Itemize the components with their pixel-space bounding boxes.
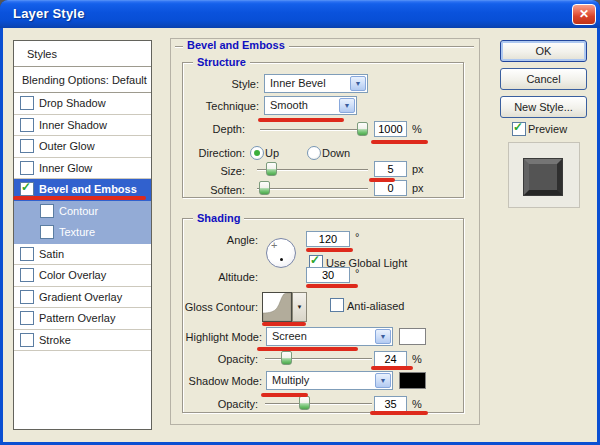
sidebar-item-drop-shadow[interactable]: Drop Shadow bbox=[14, 93, 151, 115]
inner-glow-checkbox[interactable] bbox=[20, 161, 34, 175]
size-slider-thumb[interactable] bbox=[266, 162, 277, 176]
annotation-underline-depth-value bbox=[371, 140, 428, 144]
close-icon: ✕ bbox=[579, 7, 589, 21]
direction-up-radio[interactable] bbox=[250, 146, 264, 160]
contour-checkbox[interactable] bbox=[40, 204, 54, 218]
shadow-color-swatch[interactable] bbox=[399, 372, 426, 389]
pattern-overlay-checkbox[interactable] bbox=[20, 311, 34, 325]
annotation-underline-bevel-item bbox=[13, 196, 146, 200]
angle-center-dot bbox=[280, 258, 283, 261]
gloss-contour-thumbnail[interactable] bbox=[262, 292, 292, 322]
chevron-down-icon[interactable]: ▼ bbox=[350, 76, 366, 91]
sidebar-item-contour[interactable]: Contour bbox=[14, 201, 151, 223]
sidebar-item-label: Contour bbox=[59, 205, 98, 217]
sidebar-item-satin[interactable]: Satin bbox=[14, 244, 151, 266]
highlight-opacity-input[interactable] bbox=[374, 351, 407, 367]
direction-label: Direction: bbox=[165, 147, 245, 159]
window-title: Layer Style bbox=[13, 6, 85, 21]
sidebar-item-inner-shadow[interactable]: Inner Shadow bbox=[14, 115, 151, 137]
bevel-and-emboss-checkbox[interactable]: ✓ bbox=[20, 182, 34, 196]
new-style-button[interactable]: New Style... bbox=[500, 96, 587, 118]
highlight-color-swatch[interactable] bbox=[399, 328, 426, 345]
sidebar-item-label: Inner Glow bbox=[39, 162, 92, 174]
chevron-down-icon[interactable]: ▼ bbox=[339, 98, 355, 113]
soften-unit: px bbox=[412, 182, 424, 194]
style-label: Style: bbox=[170, 78, 259, 90]
angle-marker-icon: + bbox=[271, 239, 277, 251]
depth-slider-thumb[interactable] bbox=[357, 122, 368, 136]
gloss-contour-dropdown-arrow[interactable]: ▼ bbox=[292, 292, 307, 322]
angle-input[interactable] bbox=[306, 231, 350, 247]
drop-shadow-checkbox[interactable] bbox=[20, 96, 34, 110]
annotation-underline-gloss-contour bbox=[262, 322, 306, 326]
style-dropdown[interactable]: Inner Bevel ▼ bbox=[264, 74, 368, 93]
ok-button[interactable]: OK bbox=[500, 40, 587, 62]
shadow-mode-dropdown[interactable]: Multiply ▼ bbox=[266, 371, 393, 390]
color-overlay-checkbox[interactable] bbox=[20, 268, 34, 282]
soften-slider-track[interactable] bbox=[257, 188, 368, 189]
texture-checkbox[interactable] bbox=[40, 225, 54, 239]
highlight-mode-dropdown[interactable]: Screen ▼ bbox=[266, 327, 393, 346]
altitude-input[interactable] bbox=[306, 267, 350, 283]
soften-slider-thumb[interactable] bbox=[259, 181, 270, 195]
ok-button-label: OK bbox=[536, 45, 552, 57]
angle-dial[interactable]: + bbox=[266, 238, 296, 268]
satin-checkbox[interactable] bbox=[20, 247, 34, 261]
shadow-mode-label: Shadow Mode: bbox=[170, 375, 262, 387]
gradient-overlay-checkbox[interactable] bbox=[20, 290, 34, 304]
sidebar-item-label: Blending Options: Default bbox=[22, 74, 147, 86]
soften-input[interactable] bbox=[374, 180, 407, 196]
shadow-opacity-slider-thumb[interactable] bbox=[299, 396, 310, 410]
style-preview-thumbnail bbox=[508, 142, 580, 208]
sidebar-item-texture[interactable]: Texture bbox=[14, 222, 151, 244]
close-button[interactable]: ✕ bbox=[572, 4, 596, 25]
cancel-button[interactable]: Cancel bbox=[500, 68, 587, 90]
depth-unit: % bbox=[412, 123, 422, 135]
preview-label: Preview bbox=[528, 123, 567, 135]
chevron-down-icon[interactable]: ▼ bbox=[375, 329, 391, 344]
annotation-underline-highlight-opacity bbox=[371, 366, 413, 370]
highlight-mode-value: Screen bbox=[272, 330, 307, 342]
annotation-underline-altitude-value bbox=[306, 284, 358, 288]
sidebar-item-label: Inner Shadow bbox=[39, 119, 107, 131]
direction-down-radio[interactable] bbox=[307, 146, 321, 160]
shadow-opacity-slider-track[interactable] bbox=[265, 403, 372, 404]
sidebar-item-blending-options[interactable]: Blending Options: Default bbox=[14, 67, 151, 93]
highlight-opacity-slider-thumb[interactable] bbox=[281, 351, 292, 365]
sidebar-item-label: Texture bbox=[59, 226, 95, 238]
depth-slider-track[interactable] bbox=[260, 129, 368, 130]
angle-unit: ° bbox=[355, 231, 359, 243]
annotation-underline-highlight-mode bbox=[257, 347, 358, 351]
chevron-down-icon[interactable]: ▼ bbox=[375, 373, 391, 388]
title-bar[interactable]: Layer Style ✕ bbox=[0, 0, 600, 28]
bevel-preview-square bbox=[524, 159, 562, 195]
stroke-checkbox[interactable] bbox=[20, 333, 34, 347]
sidebar-item-gradient-overlay[interactable]: Gradient Overlay bbox=[14, 287, 151, 309]
depth-input[interactable] bbox=[374, 121, 407, 137]
sidebar-item-color-overlay[interactable]: Color Overlay bbox=[14, 265, 151, 287]
sidebar-item-inner-glow[interactable]: Inner Glow bbox=[14, 158, 151, 180]
contour-curve bbox=[263, 293, 291, 321]
shadow-mode-value: Multiply bbox=[272, 374, 309, 386]
shadow-opacity-input[interactable] bbox=[374, 396, 407, 412]
cancel-button-label: Cancel bbox=[526, 73, 560, 85]
inner-shadow-checkbox[interactable] bbox=[20, 118, 34, 132]
size-input[interactable] bbox=[374, 161, 407, 177]
size-unit: px bbox=[412, 163, 424, 175]
gloss-contour-label: Gloss Contour: bbox=[170, 301, 258, 313]
anti-aliased-checkbox[interactable] bbox=[330, 298, 344, 312]
preview-checkbox[interactable]: ✓ bbox=[512, 122, 526, 136]
sidebar-item-label: Bevel and Emboss bbox=[39, 183, 137, 195]
list-header-label: Styles bbox=[27, 48, 57, 60]
sidebar-item-outer-glow[interactable]: Outer Glow bbox=[14, 136, 151, 158]
depth-label: Depth: bbox=[165, 123, 245, 135]
outer-glow-checkbox[interactable] bbox=[20, 139, 34, 153]
size-label: Size: bbox=[165, 165, 245, 177]
sidebar-item-label: Pattern Overlay bbox=[39, 312, 115, 324]
anti-aliased-label: Anti-aliased bbox=[347, 300, 404, 312]
sidebar-item-stroke[interactable]: Stroke bbox=[14, 330, 151, 352]
annotation-underline-angle-value bbox=[306, 248, 353, 252]
sidebar-item-pattern-overlay[interactable]: Pattern Overlay bbox=[14, 308, 151, 330]
check-icon: ✓ bbox=[21, 180, 31, 194]
technique-dropdown[interactable]: Smooth ▼ bbox=[264, 96, 357, 115]
